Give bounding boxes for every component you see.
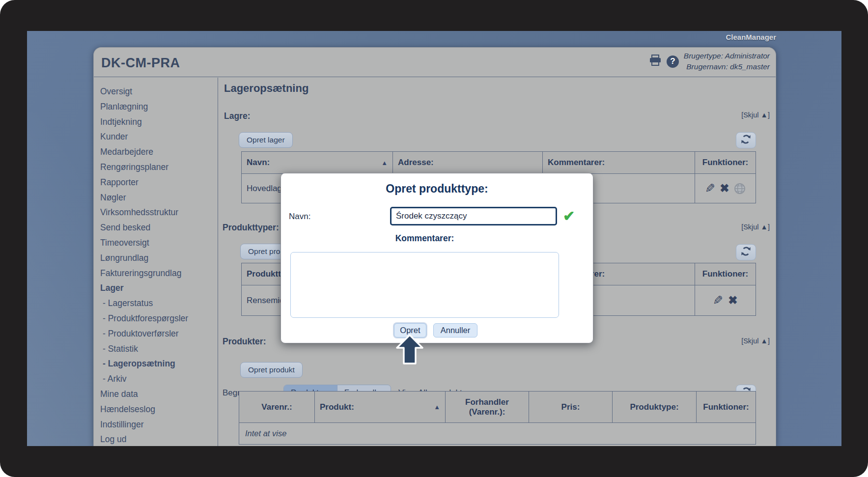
opret-lager-button[interactable]: Opret lager bbox=[239, 132, 293, 148]
user-name: Brugernavn: dk5_master bbox=[684, 61, 770, 72]
globe-icon[interactable] bbox=[734, 183, 746, 195]
sidebar-item-rapporter[interactable]: Rapporter bbox=[100, 175, 218, 190]
sidebar-item-lageropsaetning[interactable]: - Lageropsætning bbox=[100, 356, 218, 371]
produkter-hide-link[interactable]: [Skjul ▲] bbox=[741, 337, 770, 345]
dialog-annuller-button[interactable]: Annuller bbox=[433, 323, 477, 337]
app-panel: DK-CM-PRA ? Brugertype: Administrator Br… bbox=[93, 47, 776, 446]
sidebar-item-produktoverfoersler[interactable]: - Produktoverførsler bbox=[100, 326, 218, 341]
page-heading: Lageropsætning bbox=[224, 82, 308, 95]
sidebar-item-medarbejdere[interactable]: Medarbejdere bbox=[100, 144, 218, 160]
produkter-empty-row: Intet at vise bbox=[239, 423, 756, 445]
produkter-col-produktype[interactable]: Produktype: bbox=[613, 392, 697, 423]
sidebar-item-rengoeringsplaner[interactable]: Rengøringsplaner bbox=[100, 160, 218, 175]
opret-produkttype-dialog: Opret produkttype: Navn: ✔ Kommentarer: … bbox=[280, 173, 593, 343]
dialog-title: Opret produkttype: bbox=[281, 182, 593, 196]
sidebar-item-lagerstatus[interactable]: - Lagerstatus bbox=[100, 296, 218, 311]
lagre-refresh-button[interactable] bbox=[736, 132, 756, 148]
page-title: DK-CM-PRA bbox=[101, 56, 180, 71]
panel-header: DK-CM-PRA ? Brugertype: Administrator Br… bbox=[94, 48, 776, 77]
lagre-col-funktioner: Funktioner: bbox=[695, 152, 756, 174]
lagre-col-kommentarer[interactable]: Kommentarer: bbox=[543, 152, 695, 174]
produkter-col-produkt[interactable]: Produkt: ▲ bbox=[315, 392, 446, 423]
sidebar-item-indtjekning[interactable]: Indtjekning bbox=[100, 114, 218, 130]
user-meta: Brugertype: Administrator Brugernavn: dk… bbox=[684, 51, 770, 72]
valid-check-icon: ✔ bbox=[563, 208, 575, 224]
sidebar-item-log-ud[interactable]: Log ud bbox=[100, 432, 218, 446]
produkter-col-pris[interactable]: Pris: bbox=[529, 392, 613, 423]
lagre-col-adresse[interactable]: Adresse: bbox=[393, 152, 543, 174]
navn-input[interactable] bbox=[390, 207, 557, 225]
produkter-col-varenr[interactable]: Varenr.: bbox=[239, 392, 315, 423]
produkttyper-refresh-button[interactable] bbox=[736, 244, 756, 260]
sidebar-item-lager[interactable]: Lager bbox=[100, 281, 218, 296]
sidebar-nav: Oversigt Planlægning Indtjekning Kunder … bbox=[94, 78, 218, 446]
lagre-col-navn[interactable]: Navn: ▲ bbox=[242, 152, 393, 174]
brand-logo: CleanManager bbox=[726, 33, 776, 41]
lagre-section-title: Lagre: bbox=[224, 111, 250, 121]
lagre-hide-link[interactable]: [Skjul ▲] bbox=[741, 111, 770, 119]
sidebar-item-timeoversigt[interactable]: Timeoversigt bbox=[100, 235, 218, 251]
refresh-icon bbox=[741, 134, 751, 146]
sidebar-item-mine-data[interactable]: Mine data bbox=[100, 387, 218, 402]
kommentarer-textarea[interactable] bbox=[290, 252, 559, 318]
delete-icon[interactable]: ✖ bbox=[720, 183, 729, 194]
sidebar-item-kunder[interactable]: Kunder bbox=[100, 129, 218, 144]
sidebar-item-haendelseslog[interactable]: Hændelseslog bbox=[100, 402, 218, 417]
sidebar-item-arkiv[interactable]: - Arkiv bbox=[100, 371, 218, 387]
sidebar-item-send-besked[interactable]: Send besked bbox=[100, 220, 218, 235]
produkter-section-title: Produkter: bbox=[223, 337, 266, 347]
produkttyper-section-title: Produkttyper: bbox=[223, 223, 279, 233]
sidebar-item-noegler[interactable]: Nøgler bbox=[100, 190, 218, 205]
delete-icon[interactable]: ✖ bbox=[728, 295, 737, 306]
navn-label: Navn: bbox=[289, 212, 310, 222]
sidebar-item-planlaegning[interactable]: Planlægning bbox=[100, 99, 218, 114]
sidebar-item-produktforespoergsler[interactable]: - Produktforespørgsler bbox=[100, 311, 218, 326]
sidebar-item-statistik[interactable]: - Statistik bbox=[100, 341, 218, 357]
produkter-col-forhandler[interactable]: Forhandler (Varenr.): bbox=[446, 392, 529, 423]
print-icon[interactable] bbox=[649, 55, 662, 68]
refresh-icon bbox=[741, 246, 751, 258]
edit-icon[interactable]: ✎ bbox=[713, 294, 723, 307]
opret-produkt-button[interactable]: Opret produkt bbox=[240, 362, 303, 378]
arrow-up-cursor-icon bbox=[396, 334, 423, 366]
desktop-background: CleanManager DK-CM-PRA ? Brugertype: bbox=[27, 31, 841, 446]
produkttyper-hide-link[interactable]: [Skjul ▲] bbox=[741, 223, 770, 231]
produkttyper-row-funktioner: ✎ ✖ bbox=[695, 285, 756, 316]
sort-asc-icon: ▲ bbox=[434, 403, 440, 411]
sidebar-item-virksomhedsstruktur[interactable]: Virksomhedsstruktur bbox=[100, 205, 218, 220]
help-icon[interactable]: ? bbox=[667, 56, 679, 68]
sidebar-item-indstillinger[interactable]: Indstillinger bbox=[100, 417, 218, 432]
lagre-row-funktioner: ✎ ✖ bbox=[695, 174, 756, 203]
sort-asc-icon: ▲ bbox=[381, 159, 388, 167]
user-type: Brugertype: Administrator bbox=[684, 51, 770, 61]
produkttyper-col-funktioner: Funktioner: bbox=[695, 263, 756, 285]
edit-icon[interactable]: ✎ bbox=[705, 182, 715, 195]
screen-frame: CleanManager DK-CM-PRA ? Brugertype: bbox=[0, 0, 868, 477]
sidebar-item-faktureringsgrundlag[interactable]: Faktureringsgrundlag bbox=[100, 266, 218, 281]
sidebar-item-oversigt[interactable]: Oversigt bbox=[100, 84, 218, 99]
kommentarer-label: Kommentarer: bbox=[290, 233, 559, 244]
produkter-col-funktioner: Funktioner: bbox=[697, 392, 756, 423]
produkter-table: Varenr.: Produkt: ▲ Forhandler (Varenr.)… bbox=[239, 391, 756, 445]
sidebar-item-loengrundlag[interactable]: Løngrundlag bbox=[100, 251, 218, 266]
